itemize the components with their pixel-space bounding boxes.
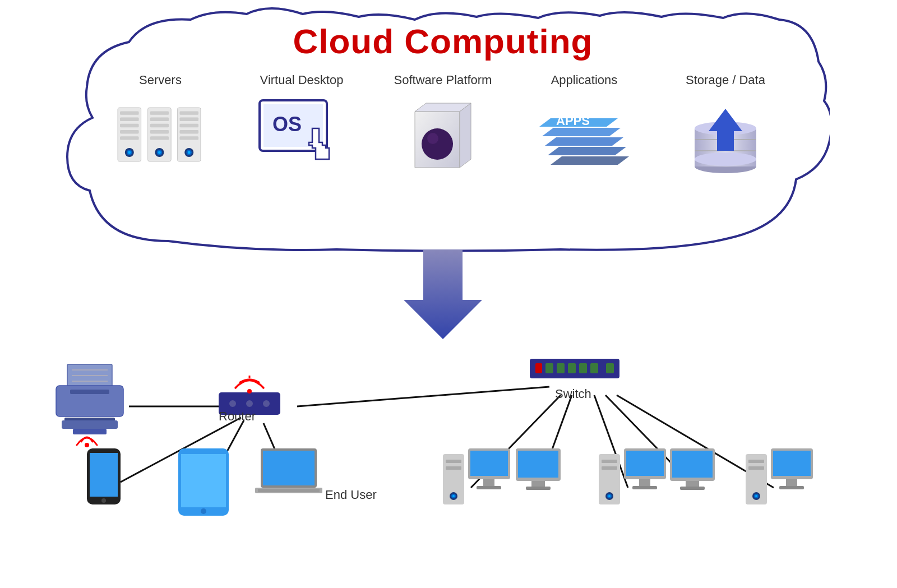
svg-rect-119 [680, 487, 705, 490]
cloud-container: Cloud Computing Servers [56, 6, 830, 263]
svg-rect-104 [531, 481, 545, 487]
virtual-desktop-label: Virtual Desktop [260, 73, 344, 87]
svg-rect-19 [179, 111, 198, 114]
svg-marker-32 [460, 103, 471, 168]
svg-marker-36 [548, 147, 626, 155]
cloud-item-software-platform: Software Platform [387, 73, 499, 176]
svg-rect-121 [748, 460, 764, 463]
enduser-label: End User [325, 488, 377, 502]
svg-rect-5 [120, 136, 139, 140]
svg-rect-10 [150, 111, 169, 114]
svg-rect-94 [446, 466, 461, 470]
svg-rect-1 [120, 111, 139, 114]
svg-rect-101 [477, 486, 501, 489]
cloud-item-virtual-desktop: Virtual Desktop OS [246, 73, 358, 176]
svg-point-34 [427, 133, 438, 144]
svg-rect-80 [73, 429, 107, 434]
svg-rect-100 [483, 479, 494, 486]
storage-label: Storage / Data [686, 73, 765, 87]
svg-rect-11 [150, 118, 169, 121]
svg-rect-117 [672, 451, 713, 478]
svg-marker-35 [551, 156, 629, 165]
svg-rect-79 [62, 420, 118, 429]
svg-rect-68 [568, 363, 576, 373]
svg-rect-13 [150, 130, 169, 133]
svg-point-97 [452, 495, 455, 497]
svg-point-60 [229, 400, 236, 407]
svg-rect-70 [590, 363, 598, 373]
svg-point-84 [85, 443, 89, 447]
svg-rect-20 [179, 118, 198, 121]
network-diagram [0, 297, 897, 588]
cloud-item-applications: Applications [528, 73, 640, 176]
servers-label: Servers [139, 73, 182, 87]
cloud-title: Cloud Computing [56, 21, 830, 61]
svg-rect-108 [602, 466, 617, 470]
svg-rect-86 [181, 454, 226, 507]
svg-point-17 [158, 151, 161, 154]
svg-point-61 [246, 400, 253, 407]
svg-rect-71 [606, 363, 614, 373]
svg-rect-91 [258, 489, 320, 492]
switch-label: Switch [555, 387, 591, 401]
router-label: Router [219, 409, 256, 424]
svg-rect-127 [773, 451, 811, 476]
svg-rect-65 [535, 363, 542, 373]
svg-point-63 [247, 389, 252, 393]
svg-rect-129 [779, 486, 804, 489]
svg-point-26 [188, 151, 191, 154]
svg-rect-3 [120, 124, 139, 127]
virtual-desktop-icon: OS [257, 98, 346, 176]
applications-label: Applications [551, 73, 618, 87]
svg-rect-99 [470, 451, 508, 476]
svg-rect-21 [179, 124, 198, 127]
storage-icon [681, 98, 770, 176]
svg-rect-23 [179, 136, 198, 140]
svg-rect-103 [518, 451, 558, 478]
svg-rect-118 [686, 481, 699, 487]
svg-rect-107 [602, 460, 617, 463]
svg-rect-22 [179, 130, 198, 133]
svg-rect-14 [150, 136, 169, 140]
software-platform-icon [398, 98, 488, 176]
svg-rect-105 [526, 487, 551, 490]
svg-rect-67 [557, 363, 565, 373]
svg-rect-69 [579, 363, 587, 373]
svg-point-111 [608, 495, 611, 497]
svg-text:APPS: APPS [556, 114, 590, 128]
svg-rect-82 [90, 453, 118, 497]
svg-rect-4 [120, 130, 139, 133]
applications-icon: APPS [539, 98, 629, 176]
svg-rect-66 [545, 363, 553, 373]
svg-rect-128 [786, 479, 797, 486]
svg-point-8 [128, 151, 131, 154]
software-platform-label: Software Platform [394, 73, 492, 87]
cloud-item-servers: Servers [104, 73, 216, 176]
svg-rect-113 [626, 451, 664, 476]
svg-point-33 [422, 128, 453, 160]
svg-point-83 [101, 498, 106, 503]
svg-rect-93 [446, 460, 461, 463]
svg-rect-115 [632, 486, 657, 489]
svg-point-87 [201, 508, 206, 514]
svg-marker-37 [545, 137, 623, 146]
svg-rect-12 [150, 124, 169, 127]
svg-text:OS: OS [272, 113, 302, 136]
servers-icon [115, 98, 205, 176]
svg-rect-114 [639, 479, 650, 486]
cloud-items: Servers [56, 73, 830, 176]
svg-marker-38 [542, 128, 621, 136]
svg-rect-77 [70, 390, 109, 394]
svg-line-50 [297, 387, 549, 406]
svg-point-125 [755, 495, 757, 497]
svg-rect-2 [120, 118, 139, 121]
svg-point-44 [695, 152, 756, 166]
svg-point-62 [263, 400, 270, 407]
svg-rect-89 [263, 451, 315, 485]
cloud-item-storage: Storage / Data [669, 73, 782, 176]
svg-rect-122 [748, 466, 764, 470]
